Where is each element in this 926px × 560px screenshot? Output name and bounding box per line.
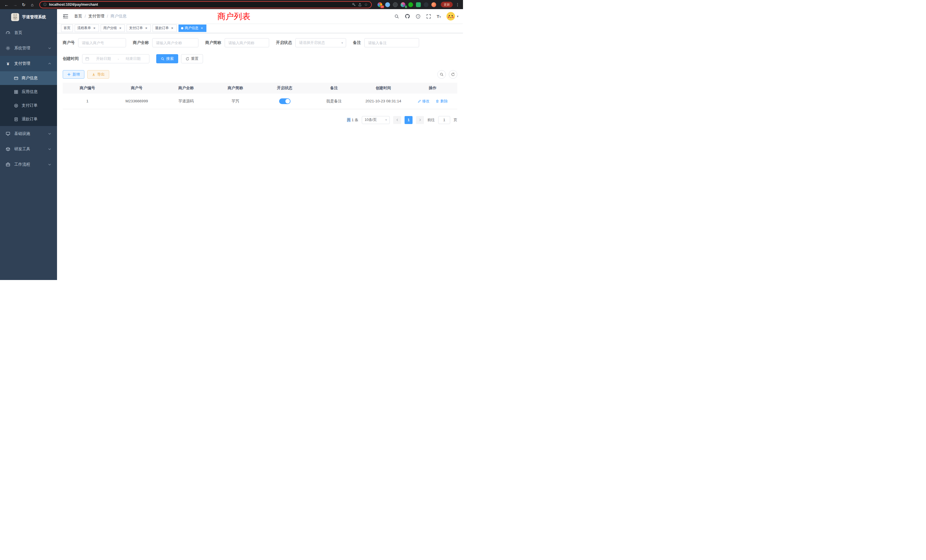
- fullscreen-icon[interactable]: [426, 14, 431, 19]
- close-icon[interactable]: ×: [144, 26, 148, 30]
- extension-icon-drop[interactable]: [385, 2, 390, 7]
- sidebar-item-refund-order[interactable]: 退款订单: [0, 112, 57, 126]
- header-search-icon[interactable]: [394, 14, 399, 19]
- filter-short-name: 商户简称: [205, 38, 269, 47]
- delete-link[interactable]: 删除: [436, 98, 448, 104]
- extension-icon-avatar[interactable]: 1: [401, 2, 406, 7]
- help-question-icon[interactable]: ?: [416, 14, 421, 19]
- filter-label: 开启状态: [276, 40, 292, 45]
- tab-user-group[interactable]: 用户分组 ×: [101, 24, 125, 32]
- refresh-table-button[interactable]: [449, 70, 457, 79]
- status-select[interactable]: 请选择开启状态 ▾: [295, 38, 346, 47]
- next-page-button[interactable]: [416, 116, 424, 124]
- svg-text:?: ?: [418, 15, 419, 18]
- close-icon[interactable]: ×: [92, 26, 96, 30]
- refresh-icon: [186, 57, 189, 61]
- sidebar-item-merchant-info[interactable]: 商户信息: [0, 71, 57, 85]
- close-icon[interactable]: ×: [200, 26, 204, 30]
- extension-icon-green-circle[interactable]: [408, 2, 413, 7]
- sidebar-item-pay-order[interactable]: 支付订单: [0, 98, 57, 112]
- tab-label: 流程表单: [77, 26, 91, 30]
- close-icon[interactable]: ×: [170, 26, 174, 30]
- browser-reload-button[interactable]: ↻: [20, 1, 27, 8]
- close-icon[interactable]: ×: [118, 26, 122, 30]
- sidebar-item-workflow[interactable]: 工作流程: [0, 157, 57, 172]
- sidebar-item-dev-tools[interactable]: 研发工具: [0, 141, 57, 157]
- breadcrumb-separator: /: [107, 14, 108, 18]
- extension-icon-doc[interactable]: [416, 2, 421, 7]
- status-toggle[interactable]: [279, 98, 291, 104]
- chevron-right-icon: [419, 118, 422, 121]
- tab-label: 支付订单: [129, 26, 143, 30]
- breadcrumb-payment[interactable]: 支付管理: [88, 14, 104, 19]
- search-button[interactable]: 搜索: [156, 54, 178, 63]
- browser-forward-button[interactable]: →: [11, 1, 19, 8]
- sidebar-item-payment[interactable]: ¥ 支付管理: [0, 56, 57, 71]
- app-shell: 芋道管理系统 首页 系统管理 ¥ 支付管理: [0, 9, 463, 280]
- bookmark-star-icon[interactable]: ☆: [364, 2, 368, 7]
- page-size-select[interactable]: 10条/页 ▾: [362, 116, 390, 124]
- sidebar-item-app-info[interactable]: 应用信息: [0, 85, 57, 98]
- extension-icon-github[interactable]: [424, 2, 428, 7]
- remark-input[interactable]: [365, 38, 419, 47]
- payment-submenu: 商户信息 应用信息 支付订单 退款订单: [0, 71, 57, 126]
- prev-page-button[interactable]: [393, 116, 401, 124]
- tab-label: 首页: [64, 26, 70, 30]
- share-icon[interactable]: [358, 3, 362, 6]
- tab-home[interactable]: 首页: [61, 24, 73, 32]
- cell-short-name: 芋艿: [211, 94, 260, 109]
- filter-full-name: 商户全称: [133, 38, 198, 47]
- chevron-down-icon: ▾: [385, 118, 387, 122]
- address-bar[interactable]: ⓘ localhost:1024/pay/merchant ☆: [39, 1, 372, 8]
- chevron-down-icon: [48, 132, 51, 135]
- trash-icon: [436, 100, 439, 103]
- sidebar-item-system[interactable]: 系统管理: [0, 41, 57, 56]
- edit-link[interactable]: 修改: [418, 98, 430, 104]
- sidebar-item-infra[interactable]: 基础设施: [0, 126, 57, 141]
- font-size-icon[interactable]: TT: [437, 14, 441, 18]
- tab-merchant-info[interactable]: 商户信息 ×: [179, 24, 206, 32]
- app-logo[interactable]: 芋道管理系统: [0, 9, 57, 25]
- site-info-icon[interactable]: ⓘ: [43, 2, 47, 7]
- goto-label: 前往: [427, 118, 435, 123]
- yen-icon: ¥: [6, 61, 10, 66]
- merchant-no-input[interactable]: [78, 38, 126, 47]
- chrome-update-button[interactable]: 更新: [441, 2, 453, 8]
- extension-icon-grid[interactable]: 10: [377, 2, 382, 7]
- short-name-input[interactable]: [225, 38, 269, 47]
- user-avatar[interactable]: ▾: [446, 12, 458, 21]
- tab-pay-order[interactable]: 支付订单 ×: [127, 24, 151, 32]
- reset-button[interactable]: 重置: [181, 54, 203, 63]
- start-date-placeholder: 开始日期: [90, 56, 117, 61]
- browser-menu-icon[interactable]: ⋮: [455, 2, 460, 7]
- tab-process-form[interactable]: 流程表单 ×: [75, 24, 99, 32]
- extension-badge: 1: [405, 5, 407, 8]
- col-header-actions: 操作: [408, 83, 457, 94]
- full-name-input[interactable]: [152, 38, 198, 47]
- hamburger-icon[interactable]: [62, 14, 70, 19]
- tab-refund-order[interactable]: 退款订单 ×: [153, 24, 177, 32]
- page-1-button[interactable]: 1: [404, 116, 413, 124]
- goto-page-input[interactable]: [438, 116, 450, 124]
- extension-icon-dark[interactable]: [393, 2, 398, 7]
- browser-home-button[interactable]: ⌂: [29, 1, 36, 8]
- chevron-down-icon: ▾: [341, 41, 343, 45]
- breadcrumb-home[interactable]: 首页: [74, 14, 82, 19]
- select-placeholder: 请选择开启状态: [299, 40, 325, 45]
- profile-avatar-icon[interactable]: [431, 2, 436, 7]
- browser-back-button[interactable]: ←: [3, 1, 10, 8]
- app-title: 芋道管理系统: [22, 15, 46, 20]
- tab-label: 商户信息: [185, 26, 198, 30]
- tab-label: 用户分组: [103, 26, 117, 30]
- sidebar-item-home[interactable]: 首页: [0, 25, 57, 41]
- table-toolbar: 新增 导出: [63, 70, 457, 79]
- password-key-icon[interactable]: [352, 3, 356, 6]
- col-header-id: 商户编号: [63, 83, 112, 94]
- export-button[interactable]: 导出: [87, 70, 109, 79]
- add-button[interactable]: 新增: [63, 70, 85, 79]
- toggle-search-button[interactable]: [437, 70, 446, 79]
- pencil-icon: [418, 100, 421, 103]
- create-time-range-picker[interactable]: 开始日期 - 结束日期: [82, 54, 150, 63]
- github-icon[interactable]: [405, 14, 410, 19]
- merchant-table: 商户编号 商户号 商户全称 商户简称 开启状态 备注 创建时间 操作 1 M23…: [63, 83, 457, 109]
